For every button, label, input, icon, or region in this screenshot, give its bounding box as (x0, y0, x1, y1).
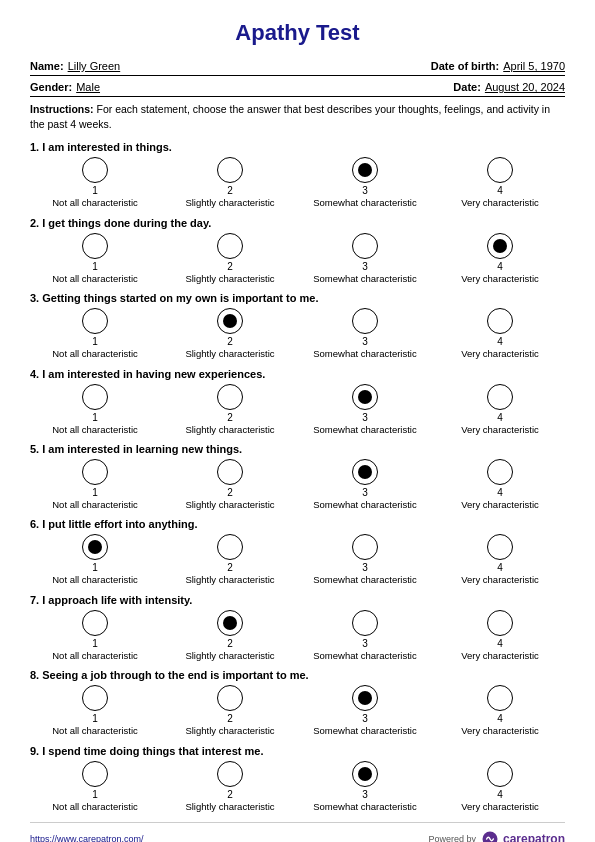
option-label-2-2: Slightly characteristic (185, 273, 274, 284)
option-number-1-3: 3 (362, 185, 368, 196)
option-6-1[interactable]: 1Not all characteristic (40, 534, 150, 585)
radio-9-3[interactable] (352, 761, 378, 787)
radio-4-2[interactable] (217, 384, 243, 410)
dob-value: April 5, 1970 (503, 60, 565, 72)
option-6-3[interactable]: 3Somewhat characteristic (310, 534, 420, 585)
option-label-6-2: Slightly characteristic (185, 574, 274, 585)
option-6-2[interactable]: 2Slightly characteristic (175, 534, 285, 585)
radio-4-4[interactable] (487, 384, 513, 410)
gender-label: Gender: (30, 81, 72, 93)
radio-9-2[interactable] (217, 761, 243, 787)
option-2-2[interactable]: 2Slightly characteristic (175, 233, 285, 284)
option-number-1-4: 4 (497, 185, 503, 196)
radio-8-2[interactable] (217, 685, 243, 711)
option-number-5-1: 1 (92, 487, 98, 498)
radio-7-1[interactable] (82, 610, 108, 636)
option-label-8-4: Very characteristic (461, 725, 539, 736)
radio-1-3[interactable] (352, 157, 378, 183)
option-9-2[interactable]: 2Slightly characteristic (175, 761, 285, 812)
option-8-3[interactable]: 3Somewhat characteristic (310, 685, 420, 736)
option-7-2[interactable]: 2Slightly characteristic (175, 610, 285, 661)
option-7-1[interactable]: 1Not all characteristic (40, 610, 150, 661)
option-2-4[interactable]: 4Very characteristic (445, 233, 555, 284)
carepatron-icon (480, 829, 500, 842)
radio-1-1[interactable] (82, 157, 108, 183)
radio-3-2[interactable] (217, 308, 243, 334)
question-text-4: 4. I am interested in having new experie… (30, 368, 565, 380)
radio-6-3[interactable] (352, 534, 378, 560)
radio-7-2[interactable] (217, 610, 243, 636)
date-value: August 20, 2024 (485, 81, 565, 93)
radio-8-4[interactable] (487, 685, 513, 711)
radio-5-1[interactable] (82, 459, 108, 485)
option-label-9-1: Not all characteristic (52, 801, 138, 812)
footer-link[interactable]: https://www.carepatron.com/ (30, 834, 144, 842)
radio-5-4[interactable] (487, 459, 513, 485)
question-text-7: 7. I approach life with intensity. (30, 594, 565, 606)
radio-1-2[interactable] (217, 157, 243, 183)
option-number-8-1: 1 (92, 713, 98, 724)
radio-3-1[interactable] (82, 308, 108, 334)
radio-9-4[interactable] (487, 761, 513, 787)
option-number-4-3: 3 (362, 412, 368, 423)
option-8-2[interactable]: 2Slightly characteristic (175, 685, 285, 736)
option-5-2[interactable]: 2Slightly characteristic (175, 459, 285, 510)
instructions: Instructions: For each statement, choose… (30, 102, 565, 131)
option-4-1[interactable]: 1Not all characteristic (40, 384, 150, 435)
option-8-4[interactable]: 4Very characteristic (445, 685, 555, 736)
radio-2-1[interactable] (82, 233, 108, 259)
radio-5-3[interactable] (352, 459, 378, 485)
option-4-4[interactable]: 4Very characteristic (445, 384, 555, 435)
option-3-1[interactable]: 1Not all characteristic (40, 308, 150, 359)
radio-7-3[interactable] (352, 610, 378, 636)
radio-2-2[interactable] (217, 233, 243, 259)
radio-6-1[interactable] (82, 534, 108, 560)
option-label-1-3: Somewhat characteristic (313, 197, 416, 208)
radio-4-3[interactable] (352, 384, 378, 410)
option-8-1[interactable]: 1Not all characteristic (40, 685, 150, 736)
radio-4-1[interactable] (82, 384, 108, 410)
option-3-4[interactable]: 4Very characteristic (445, 308, 555, 359)
options-row-6: 1Not all characteristic2Slightly charact… (30, 534, 565, 585)
option-1-3[interactable]: 3Somewhat characteristic (310, 157, 420, 208)
option-label-7-4: Very characteristic (461, 650, 539, 661)
option-3-3[interactable]: 3Somewhat characteristic (310, 308, 420, 359)
option-7-4[interactable]: 4Very characteristic (445, 610, 555, 661)
radio-1-4[interactable] (487, 157, 513, 183)
option-9-3[interactable]: 3Somewhat characteristic (310, 761, 420, 812)
radio-8-3[interactable] (352, 685, 378, 711)
question-text-3: 3. Getting things started on my own is i… (30, 292, 565, 304)
radio-9-1[interactable] (82, 761, 108, 787)
powered-by-text: Powered by (428, 834, 476, 842)
option-1-1[interactable]: 1Not all characteristic (40, 157, 150, 208)
radio-6-4[interactable] (487, 534, 513, 560)
option-5-3[interactable]: 3Somewhat characteristic (310, 459, 420, 510)
options-row-8: 1Not all characteristic2Slightly charact… (30, 685, 565, 736)
option-1-2[interactable]: 2Slightly characteristic (175, 157, 285, 208)
option-5-1[interactable]: 1Not all characteristic (40, 459, 150, 510)
radio-6-2[interactable] (217, 534, 243, 560)
radio-3-3[interactable] (352, 308, 378, 334)
option-2-1[interactable]: 1Not all characteristic (40, 233, 150, 284)
option-9-1[interactable]: 1Not all characteristic (40, 761, 150, 812)
question-7: 7. I approach life with intensity.1Not a… (30, 594, 565, 661)
option-2-3[interactable]: 3Somewhat characteristic (310, 233, 420, 284)
option-5-4[interactable]: 4Very characteristic (445, 459, 555, 510)
option-6-4[interactable]: 4Very characteristic (445, 534, 555, 585)
option-label-1-4: Very characteristic (461, 197, 539, 208)
option-number-5-4: 4 (497, 487, 503, 498)
radio-5-2[interactable] (217, 459, 243, 485)
option-number-1-2: 2 (227, 185, 233, 196)
option-9-4[interactable]: 4Very characteristic (445, 761, 555, 812)
option-3-2[interactable]: 2Slightly characteristic (175, 308, 285, 359)
radio-2-3[interactable] (352, 233, 378, 259)
option-7-3[interactable]: 3Somewhat characteristic (310, 610, 420, 661)
radio-8-1[interactable] (82, 685, 108, 711)
radio-2-4[interactable] (487, 233, 513, 259)
option-1-4[interactable]: 4Very characteristic (445, 157, 555, 208)
option-4-3[interactable]: 3Somewhat characteristic (310, 384, 420, 435)
option-4-2[interactable]: 2Slightly characteristic (175, 384, 285, 435)
name-value: Lilly Green (68, 60, 121, 72)
radio-7-4[interactable] (487, 610, 513, 636)
radio-3-4[interactable] (487, 308, 513, 334)
